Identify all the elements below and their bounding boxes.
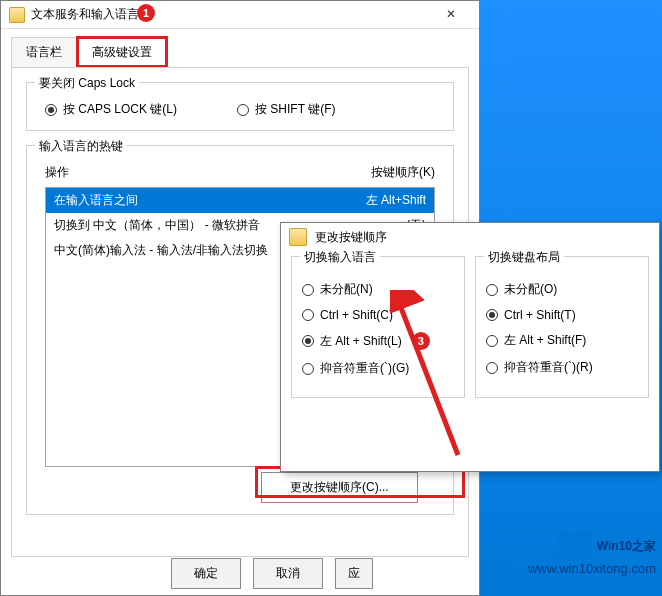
watermark: Win10之家 www.win10xitong.com xyxy=(528,531,656,576)
titlebar: 文本服务和输入语言 ✕ xyxy=(1,1,479,29)
brand-suffix: 之家 xyxy=(632,539,656,553)
close-icon[interactable]: ✕ xyxy=(431,4,471,26)
app-icon xyxy=(289,228,307,246)
radio-icon xyxy=(302,335,314,347)
row-key: 左 Alt+Shift xyxy=(366,192,426,209)
group-title: 切换键盘布局 xyxy=(484,249,564,266)
caps-lock-group: 要关闭 Caps Lock 按 CAPS LOCK 键(L) 按 SHIFT 键… xyxy=(26,82,454,131)
group-title: 输入语言的热键 xyxy=(35,138,127,155)
radio-alt-shift-left[interactable]: 左 Alt + Shift(L) 3 xyxy=(302,332,454,350)
apply-button[interactable]: 应 xyxy=(335,558,373,589)
cancel-button[interactable]: 取消 xyxy=(253,558,323,589)
tab-advanced-key-settings[interactable]: 高级键设置 xyxy=(77,37,167,67)
app-icon xyxy=(9,7,25,23)
group-title: 切换输入语言 xyxy=(300,249,380,266)
radio-label: 抑音符重音(`)(G) xyxy=(320,360,409,377)
brand-name: Win10 xyxy=(597,539,632,553)
badge-1: 1 xyxy=(137,4,155,22)
badge-3: 3 xyxy=(412,332,430,350)
button-label: 确定 xyxy=(194,566,218,580)
brand-url: www.win10xitong.com xyxy=(528,561,656,576)
dialog-buttons: 确定 取消 应 xyxy=(171,558,373,589)
row-action: 在输入语言之间 xyxy=(54,192,138,209)
radio-icon xyxy=(486,284,498,296)
radio-none-left[interactable]: 未分配(N) xyxy=(302,281,454,298)
radio-shift[interactable]: 按 SHIFT 键(F) xyxy=(237,101,335,118)
windows-logo-icon xyxy=(555,531,592,561)
switch-input-language-group: 切换输入语言 未分配(N) Ctrl + Shift(C) 左 Alt + Sh… xyxy=(291,256,465,398)
radio-label: 左 Alt + Shift(L) xyxy=(320,333,402,350)
ok-button[interactable]: 确定 xyxy=(171,558,241,589)
radio-label: 抑音符重音(`)(R) xyxy=(504,359,593,376)
radio-label: 未分配(O) xyxy=(504,281,557,298)
radio-label: Ctrl + Shift(T) xyxy=(504,308,576,322)
radio-ctrl-shift-left[interactable]: Ctrl + Shift(C) xyxy=(302,308,454,322)
radio-icon xyxy=(302,363,314,375)
button-label: 取消 xyxy=(276,566,300,580)
radio-caps-lock[interactable]: 按 CAPS LOCK 键(L) xyxy=(45,101,177,118)
radio-icon xyxy=(302,284,314,296)
col-action: 操作 xyxy=(45,164,69,181)
radio-label: 左 Alt + Shift(F) xyxy=(504,332,586,349)
radio-grave-right[interactable]: 抑音符重音(`)(R) xyxy=(486,359,638,376)
radio-label: Ctrl + Shift(C) xyxy=(320,308,393,322)
radio-icon xyxy=(302,309,314,321)
tab-label: 语言栏 xyxy=(26,45,62,59)
radio-icon xyxy=(486,362,498,374)
row-action: 切换到 中文（简体，中国） - 微软拼音 xyxy=(54,217,260,234)
radio-none-right[interactable]: 未分配(O) xyxy=(486,281,638,298)
radio-label: 按 SHIFT 键(F) xyxy=(255,101,335,118)
sub-dialog-title: 更改按键顺序 xyxy=(315,229,387,246)
switch-keyboard-layout-group: 切换键盘布局 未分配(O) Ctrl + Shift(T) 左 Alt + Sh… xyxy=(475,256,649,398)
radio-label: 未分配(N) xyxy=(320,281,373,298)
tab-strip: 语言栏 高级键设置 1 xyxy=(11,37,469,67)
dialog-title: 文本服务和输入语言 xyxy=(31,6,139,23)
radio-icon xyxy=(237,104,249,116)
tab-language-bar[interactable]: 语言栏 xyxy=(11,37,77,67)
radio-icon xyxy=(486,335,498,347)
radio-label: 按 CAPS LOCK 键(L) xyxy=(63,101,177,118)
radio-ctrl-shift-right[interactable]: Ctrl + Shift(T) xyxy=(486,308,638,322)
radio-icon xyxy=(45,104,57,116)
row-action: 中文(简体)输入法 - 输入法/非输入法切换 xyxy=(54,242,268,259)
button-label: 应 xyxy=(348,566,360,580)
change-key-sequence-dialog: 更改按键顺序 切换输入语言 未分配(N) Ctrl + Shift(C) 左 A… xyxy=(280,222,660,472)
tab-label: 高级键设置 xyxy=(92,45,152,59)
group-title: 要关闭 Caps Lock xyxy=(35,75,139,92)
list-item[interactable]: 在输入语言之间 左 Alt+Shift xyxy=(46,188,434,213)
radio-icon xyxy=(486,309,498,321)
radio-alt-shift-right[interactable]: 左 Alt + Shift(F) xyxy=(486,332,638,349)
col-key: 按键顺序(K) xyxy=(371,164,435,181)
radio-grave-left[interactable]: 抑音符重音(`)(G) xyxy=(302,360,454,377)
